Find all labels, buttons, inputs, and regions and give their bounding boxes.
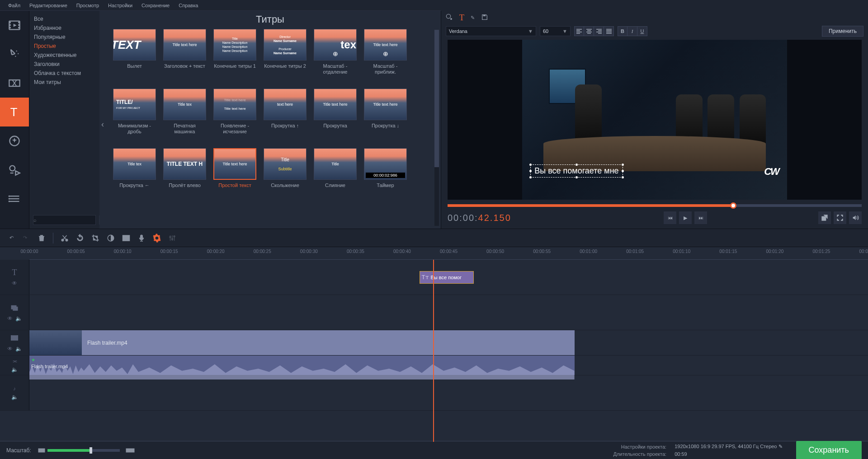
menu-help[interactable]: Справка [174,1,203,10]
timeline-ruler[interactable]: 00:00:0000:00:0500:00:1000:00:1500:00:20… [29,247,868,260]
zoom-fit-button[interactable] [125,446,135,454]
detach-preview-button[interactable] [818,211,831,224]
clip-properties-button[interactable] [150,231,164,245]
category-item[interactable]: Простые [29,42,99,51]
title-thumbnail[interactable]: TITLE/FOR MY PROJECTМинимализм - дробь [113,89,156,135]
tab-clip-properties[interactable] [446,14,453,22]
title-thumbnail[interactable]: Title text hereПростой текст [213,148,256,194]
bold-button[interactable]: B [618,26,627,36]
edit-project-icon[interactable]: ✎ [778,444,783,449]
visibility-toggle[interactable]: 👁 [12,280,17,286]
rail-titles[interactable]: T [0,98,29,126]
prev-frame-button[interactable]: ⏮ [664,211,676,224]
italic-button[interactable]: I [627,26,637,36]
zoom-slider[interactable] [47,449,120,452]
menu-view[interactable]: Просмотр [72,1,104,10]
audio-clip[interactable]: ★ Flash trailer.mp4 [29,356,575,375]
voiceover-button[interactable] [135,231,148,245]
font-select[interactable]: Verdana▼ [446,26,536,36]
visibility-toggle[interactable]: 👁 [7,346,13,352]
panel-collapse-button[interactable]: ‹ [101,120,104,129]
color-adjust-button[interactable] [104,231,118,245]
rail-import[interactable] [0,11,29,40]
underline-button[interactable]: U [637,26,647,36]
align-right-button[interactable] [594,26,604,36]
category-item[interactable]: Избранное [29,23,99,33]
play-button[interactable]: ▶ [679,211,692,224]
track-overlay-content[interactable] [29,295,868,330]
category-item[interactable]: Все [29,14,99,23]
equalizer-button[interactable] [165,231,179,245]
crop-button[interactable] [89,231,102,245]
align-center-button[interactable] [584,26,594,36]
track-audio-content[interactable] [29,375,868,410]
undo-button[interactable]: ↶ [5,231,18,245]
category-item[interactable]: Заголовки [29,60,99,69]
track-video-content[interactable]: Flash trailer.mp4 [29,330,868,355]
titles-scrollbar[interactable] [434,30,439,226]
rotate-button[interactable] [73,231,87,245]
mute-toggle[interactable]: 🔈 [15,346,22,352]
mute-toggle[interactable]: 🔈 [15,315,22,322]
redo-button[interactable]: ↷ [18,231,32,245]
visibility-toggle[interactable]: 👁 [7,315,13,322]
align-justify-button[interactable] [604,26,614,36]
preview-video[interactable]: Вы все помогаете мне CW [448,40,862,200]
align-left-button[interactable] [574,26,584,36]
rail-filters[interactable] [0,40,29,69]
title-thumbnail[interactable]: text⊕Масштаб - отдаление [314,29,357,75]
title-clip[interactable]: Tᴛ Вы все помог [420,271,474,284]
category-item[interactable]: Мои титры [29,78,99,87]
svg-point-48 [170,236,171,238]
title-thumbnail[interactable]: Title text hereПрокрутка ↓ [364,89,407,135]
ruler-tick: 00:00:25 [254,249,271,254]
font-size-select[interactable]: 60▼ [540,26,571,36]
track-linked-audio-content[interactable]: ★ Flash trailer.mp4 [29,356,868,375]
title-thumbnail[interactable]: TitleSubtitleСкольжение [264,148,307,194]
menu-settings[interactable]: Настройки [104,1,137,10]
title-thumbnail[interactable]: Title text hereTitle text hereПоявление … [213,89,256,135]
title-thumbnail-label: Масштаб - отдаление [314,63,357,75]
delete-button[interactable] [35,231,48,245]
rail-more[interactable] [0,184,29,213]
title-thumbnail[interactable]: Title text here⊕Масштаб - приближ. [364,29,407,75]
title-thumbnail[interactable]: Title text hereПрокрутка [314,89,357,135]
category-item[interactable]: Художественные [29,51,99,60]
category-item[interactable]: Популярные [29,33,99,42]
svg-rect-30 [587,30,591,31]
title-thumbnail[interactable]: TitleName DescriptionName DescriptionNam… [213,29,256,75]
mute-toggle[interactable]: 🔈 [11,394,18,400]
rail-stickers[interactable] [0,126,29,155]
track-titles-content[interactable]: Tᴛ Вы все помог [29,260,868,295]
subtitle-text-box[interactable]: Вы все помогаете мне [530,164,623,178]
fullscreen-button[interactable] [834,211,846,224]
tab-save-preset[interactable] [481,14,488,22]
title-thumbnail[interactable]: DirectorName SurnameProducerName Surname… [264,29,307,75]
title-thumbnail[interactable]: TEXTВылет [113,29,156,75]
title-thumbnail[interactable]: TitleСлияние [314,148,357,194]
tab-text[interactable]: T [459,13,464,23]
volume-button[interactable] [849,211,862,224]
menu-edit[interactable]: Редактирование [25,1,72,10]
cut-button[interactable] [58,231,71,245]
rail-transitions[interactable] [0,69,29,98]
menu-file[interactable]: Файл [4,1,25,10]
title-thumbnail[interactable]: Title texПрокрутка ← [113,148,156,194]
search-input[interactable] [37,217,99,223]
pip-button[interactable] [119,231,133,245]
title-thumbnail[interactable]: Title texПечатная машинка [163,89,206,135]
rail-callouts[interactable] [0,155,29,184]
tab-color[interactable]: ✎ [471,15,475,21]
title-thumbnail[interactable]: 00:00:02:986Таймер [364,148,407,194]
next-frame-button[interactable]: ⏭ [694,211,707,224]
video-clip[interactable]: Flash trailer.mp4 [29,330,575,355]
title-thumbnail[interactable]: TITLE TEXT HПролёт влево [163,148,206,194]
mute-toggle[interactable]: 🔈 [11,366,18,373]
zoom-out-button[interactable] [37,446,47,454]
save-button[interactable]: Сохранить [796,441,862,459]
title-thumbnail[interactable]: text hereПрокрутка ↑ [264,89,307,135]
title-thumbnail[interactable]: Title text hereЗаголовок + текст [163,29,206,75]
menu-save[interactable]: Сохранение [137,1,174,10]
apply-button[interactable]: Применить [822,26,863,37]
category-item[interactable]: Облачка с текстом [29,69,99,78]
